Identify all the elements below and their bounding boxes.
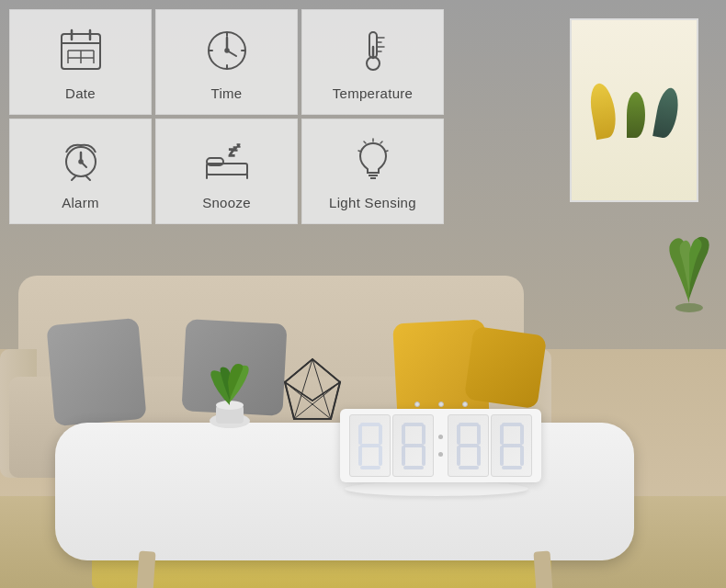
feature-cell-temperature[interactable]: Temperature — [301, 9, 444, 115]
svg-line-81 — [385, 151, 388, 152]
clock-digit-1 — [349, 414, 391, 477]
svg-rect-33 — [500, 424, 504, 445]
svg-rect-30 — [477, 446, 481, 466]
leaf-yellow — [586, 82, 618, 140]
svg-text:z: z — [237, 142, 240, 148]
svg-point-51 — [225, 49, 229, 52]
feature-label-snooze: Snooze — [202, 195, 251, 210]
svg-line-80 — [380, 141, 382, 143]
svg-rect-21 — [403, 444, 424, 447]
wall-art-frame — [570, 18, 698, 202]
svg-line-8 — [312, 359, 331, 419]
svg-rect-17 — [360, 466, 380, 469]
feature-label-date: Date — [65, 85, 96, 101]
svg-line-83 — [358, 151, 361, 152]
svg-rect-29 — [457, 446, 460, 466]
feature-cell-snooze[interactable]: Z z z Snooze — [155, 119, 298, 224]
svg-marker-5 — [285, 359, 340, 401]
clock-digit-4 — [491, 414, 532, 477]
svg-point-66 — [79, 160, 83, 164]
feature-cell-time[interactable]: Time — [155, 9, 298, 115]
pillow-yellow-small — [464, 326, 547, 409]
svg-rect-11 — [360, 423, 380, 426]
svg-rect-25 — [459, 423, 479, 426]
svg-rect-38 — [502, 466, 522, 469]
feature-label-time: Time — [211, 85, 243, 101]
geometric-decoration — [276, 355, 349, 441]
svg-rect-22 — [402, 446, 405, 466]
clock-digit-2 — [392, 414, 434, 477]
pillow-gray-left — [46, 318, 146, 426]
svg-rect-36 — [500, 446, 504, 466]
feature-cell-date[interactable]: Date — [9, 9, 152, 115]
clock-buttons — [414, 401, 468, 407]
svg-rect-19 — [402, 424, 405, 445]
table-leg-right — [533, 550, 552, 588]
calendar-icon — [53, 23, 108, 78]
svg-line-68 — [86, 176, 90, 180]
clock-icon — [199, 23, 255, 78]
svg-rect-12 — [358, 424, 362, 445]
leaf-green — [627, 92, 645, 138]
svg-rect-32 — [502, 423, 522, 426]
feature-grid: Date Time — [9, 9, 444, 224]
light-bulb-icon — [346, 132, 401, 187]
svg-rect-16 — [379, 446, 382, 466]
svg-rect-26 — [457, 424, 460, 445]
svg-line-82 — [364, 141, 366, 143]
clock-digit-3 — [448, 414, 489, 477]
feature-cell-alarm[interactable]: Alarm — [9, 119, 152, 224]
leaf-teal — [652, 86, 681, 140]
svg-rect-20 — [422, 424, 425, 445]
clock-base — [345, 481, 528, 496]
digital-clock — [340, 409, 541, 482]
thermometer-icon — [346, 23, 401, 78]
svg-rect-28 — [459, 444, 479, 447]
svg-rect-24 — [403, 466, 424, 469]
svg-rect-13 — [379, 424, 382, 445]
table-leg-left — [136, 550, 155, 588]
svg-rect-35 — [502, 444, 522, 447]
feature-label-temperature: Temperature — [333, 85, 414, 101]
table-plant — [198, 355, 262, 432]
feature-label-light-sensing: Light Sensing — [329, 195, 416, 210]
svg-rect-18 — [403, 423, 424, 426]
wall-art-inner — [572, 20, 697, 200]
leaf-art — [596, 83, 673, 138]
feature-label-alarm: Alarm — [62, 195, 99, 210]
svg-line-7 — [294, 359, 312, 419]
alarm-icon — [53, 132, 108, 187]
svg-rect-37 — [520, 446, 524, 466]
clock-colon — [436, 414, 446, 477]
svg-rect-15 — [358, 446, 362, 466]
svg-rect-34 — [520, 424, 524, 445]
snooze-icon: Z z z — [199, 132, 255, 187]
green-plant-decoration — [662, 202, 717, 316]
svg-line-67 — [72, 176, 75, 180]
svg-rect-31 — [459, 466, 479, 469]
svg-rect-14 — [360, 444, 380, 447]
svg-point-0 — [675, 303, 703, 312]
svg-rect-23 — [422, 446, 425, 466]
feature-cell-light-sensing[interactable]: Light Sensing — [301, 119, 444, 224]
svg-marker-6 — [285, 382, 340, 419]
svg-rect-27 — [477, 424, 481, 445]
